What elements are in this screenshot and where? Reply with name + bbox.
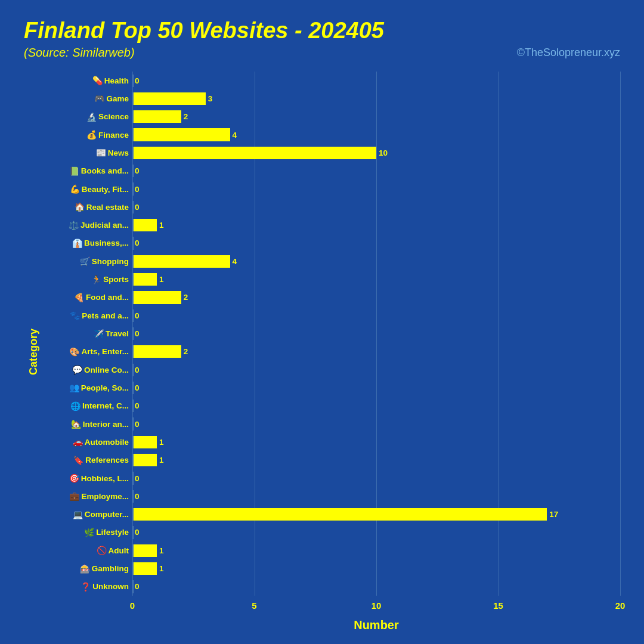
bar-row: 🐾Pets and a...0 <box>40 306 620 324</box>
bar-value: 0 <box>135 582 140 591</box>
bar-value: 1 <box>159 456 164 465</box>
bar-row: 👥People, So...0 <box>40 379 620 397</box>
bar-track: 0 <box>132 526 620 538</box>
bar-row: ❓Unknown0 <box>40 578 620 596</box>
bar-fill <box>132 562 157 575</box>
bar-label: 💬Online Co... <box>40 365 132 374</box>
bar-label: ✈️Travel <box>40 329 132 339</box>
bar-value: 3 <box>208 94 213 103</box>
bar-fill <box>132 345 181 358</box>
bar-row: 🎰Gambling1 <box>40 559 620 577</box>
bar-fill <box>132 219 157 231</box>
bar-fill <box>132 544 157 557</box>
bar-track: 2 <box>132 110 620 123</box>
bar-label: 🏃Sports <box>40 275 132 284</box>
bar-label: 📗Books and... <box>40 166 132 176</box>
chart-subtitle: (Source: Similarweb) <box>24 46 135 60</box>
bar-track: 0 <box>132 417 620 430</box>
bar-row: 👔Business,...0 <box>40 234 620 252</box>
bar-value: 0 <box>135 383 140 392</box>
bar-fill <box>132 147 376 159</box>
x-axis-ticks: 05101520 <box>132 598 620 616</box>
bar-label: 🎯Hobbies, L... <box>40 473 132 483</box>
bar-row: 🏃Sports1 <box>40 270 620 288</box>
bar-track: 0 <box>132 580 620 593</box>
bar-track: 0 <box>132 382 620 394</box>
bar-value: 0 <box>135 239 140 247</box>
x-tick: 10 <box>371 600 382 611</box>
bar-value: 0 <box>135 528 140 537</box>
bar-track: 1 <box>132 454 620 466</box>
bar-track: 0 <box>132 472 620 484</box>
bar-row: 🚗Automobile1 <box>40 433 620 451</box>
bar-track: 0 <box>132 75 620 87</box>
bar-label: 🔬Science <box>40 112 132 122</box>
bar-label: ⚖️Judicial an... <box>40 221 132 230</box>
bar-track: 2 <box>132 291 620 304</box>
bar-label: 🎰Gambling <box>40 564 132 574</box>
bar-row: 🏡Interior an...0 <box>40 415 620 433</box>
bar-track: 1 <box>132 219 620 231</box>
bar-row: 💼Employme...0 <box>40 487 620 505</box>
bar-row: ✈️Travel0 <box>40 324 620 342</box>
bar-fill <box>132 508 547 521</box>
bar-track: 1 <box>132 273 620 286</box>
bar-track: 0 <box>132 490 620 503</box>
bar-value: 1 <box>159 564 164 573</box>
bar-row: 💊Health0 <box>40 72 620 89</box>
bar-row: 🔖References1 <box>40 451 620 469</box>
bar-value: 2 <box>184 347 188 356</box>
y-axis-label: Category <box>24 72 40 632</box>
bar-row: 🔬Science2 <box>40 108 620 126</box>
bar-label: 💰Finance <box>40 130 132 140</box>
bar-label: 📰News <box>40 148 132 157</box>
bar-label: 🌐Internet, C... <box>40 401 132 411</box>
bar-track: 3 <box>132 92 620 105</box>
x-tick: 15 <box>493 600 503 611</box>
bar-track: 0 <box>132 165 620 177</box>
chart-title: Finland Top 50 Websites - 202405 <box>24 18 620 44</box>
bar-track: 17 <box>132 508 620 521</box>
bar-row: 🏠Real estate0 <box>40 198 620 216</box>
main-container: Finland Top 50 Websites - 202405 (Source… <box>0 0 644 644</box>
bar-fill <box>132 454 157 466</box>
bar-label: 🐾Pets and a... <box>40 311 132 320</box>
bar-row: 🎯Hobbies, L...0 <box>40 469 620 487</box>
bar-row: 💬Online Co...0 <box>40 361 620 379</box>
bar-label: 🎮Game <box>40 94 132 103</box>
bar-value: 2 <box>184 293 188 302</box>
bar-row: 📰News10 <box>40 144 620 162</box>
bar-track: 1 <box>132 544 620 557</box>
bars-container: 💊Health0🎮Game3🔬Science2💰Finance4📰News10📗… <box>40 72 620 596</box>
bar-label: 🛒Shopping <box>40 256 132 266</box>
bar-fill <box>132 128 230 141</box>
bar-value: 0 <box>135 492 140 501</box>
x-tick: 5 <box>252 600 256 611</box>
bar-row: 🎨Arts, Enter...2 <box>40 343 620 361</box>
bar-fill <box>132 110 181 123</box>
bar-fill <box>132 291 181 304</box>
x-axis-label: Number <box>40 618 620 632</box>
bar-value: 4 <box>233 131 237 140</box>
chart-area: Category 💊Health0🎮Game3🔬Science2💰Finance… <box>24 72 620 632</box>
bar-label: 🔖References <box>40 456 132 465</box>
bar-value: 0 <box>135 203 140 212</box>
bar-value: 0 <box>135 166 140 175</box>
chart-inner: 💊Health0🎮Game3🔬Science2💰Finance4📰News10📗… <box>40 72 620 632</box>
bar-row: 💰Finance4 <box>40 126 620 144</box>
bar-row: 🚫Adult1 <box>40 541 620 559</box>
bar-value: 17 <box>549 510 558 519</box>
bar-value: 1 <box>159 546 164 555</box>
bar-row: 🎮Game3 <box>40 89 620 107</box>
bar-track: 0 <box>132 327 620 340</box>
bar-value: 1 <box>159 275 164 284</box>
bar-value: 0 <box>135 401 140 410</box>
bar-track: 0 <box>132 309 620 322</box>
bar-value: 0 <box>135 311 140 320</box>
bar-value: 2 <box>184 112 188 121</box>
bar-label: 👥People, So... <box>40 383 132 392</box>
bar-track: 4 <box>132 255 620 268</box>
bar-track: 0 <box>132 400 620 412</box>
bar-fill <box>132 436 157 448</box>
bar-label: 💼Employme... <box>40 491 132 501</box>
